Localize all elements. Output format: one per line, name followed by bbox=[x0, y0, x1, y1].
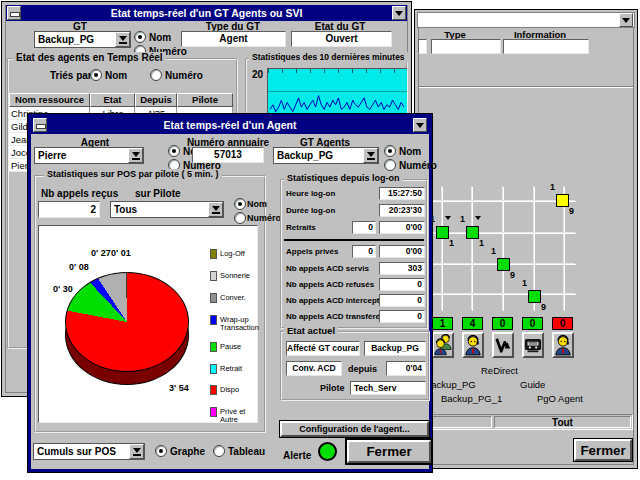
column-header: Depuis bbox=[135, 93, 177, 107]
gt-agents-nom-radio[interactable] bbox=[384, 145, 396, 157]
tries-numero-radio[interactable] bbox=[150, 69, 162, 81]
status-square bbox=[528, 290, 541, 303]
square-top-count: 1 bbox=[460, 214, 465, 224]
logon-group-label: Statistiques depuis log-on bbox=[284, 173, 403, 183]
annuaire-field: 57013 bbox=[192, 147, 264, 163]
stat-label: Nb appels ACD refusés bbox=[286, 280, 374, 289]
pilote-numero-radio[interactable] bbox=[234, 212, 246, 224]
logon-group-box: Heure log-on15:27:50Durée log-on20:23'30… bbox=[280, 179, 428, 329]
stat-value-field: 0'00 bbox=[379, 221, 425, 234]
monitor-statusbar: Tout bbox=[420, 414, 633, 430]
chart-midline bbox=[268, 91, 407, 92]
stat-value-field: 15:27:50 bbox=[379, 187, 425, 200]
legend-label: Log-Off bbox=[220, 250, 262, 258]
sur-pilote-combo[interactable]: Tous bbox=[110, 201, 224, 218]
dropdown-arrow-icon[interactable] bbox=[128, 148, 143, 163]
square-top-count: 1 bbox=[491, 246, 496, 256]
affecte-gt-name-field: Backup_PG bbox=[364, 341, 426, 356]
dropdown-arrow-icon[interactable] bbox=[129, 444, 144, 459]
agent-icon[interactable] bbox=[462, 332, 484, 358]
graphe-label: Graphe bbox=[170, 446, 205, 457]
queue-count-box: 1 bbox=[432, 317, 453, 330]
monitor-minimize-button[interactable] bbox=[619, 13, 633, 27]
stat-label: Appels privés bbox=[286, 247, 338, 256]
agent-nom-radio[interactable] bbox=[168, 145, 180, 157]
monitor-titlebar bbox=[417, 12, 635, 28]
agent-fermer-button[interactable]: Fermer bbox=[347, 440, 431, 463]
stat-label: Nb appels ACD transférés bbox=[286, 312, 384, 321]
agents-group-icon[interactable] bbox=[432, 332, 454, 358]
depuis-label: depuis bbox=[348, 364, 377, 374]
gt-combo[interactable]: Backup_PG bbox=[34, 31, 131, 48]
tries-nom-radio[interactable] bbox=[90, 69, 102, 81]
etat-actuel-group-label: Etat actuel bbox=[284, 325, 338, 336]
legend-label: Retrait bbox=[220, 365, 262, 373]
resource-name-label: PgO Agent bbox=[537, 393, 583, 404]
pie-slice-label: 0' 08 bbox=[69, 262, 89, 272]
stat-value-field: 0 bbox=[379, 294, 425, 307]
cumuls-combo-value: Cumuls sur POS bbox=[37, 446, 116, 457]
monitor-field-partial bbox=[418, 39, 427, 54]
legend-label: Sonnerie bbox=[220, 272, 262, 280]
nb-recus-label: Nb appels reçus bbox=[41, 188, 118, 199]
etat-actuel-group-box: Affecté GT courant Backup_PG Conv. ACD d… bbox=[280, 331, 430, 401]
stat-label: Heure log-on bbox=[286, 189, 335, 198]
dropdown-arrow-icon[interactable] bbox=[363, 148, 378, 163]
announcement-cassette-icon[interactable] bbox=[522, 332, 544, 358]
table-header-row: Nom ressourceEtatDepuisPilote bbox=[9, 93, 235, 107]
legend-label: Privé et Autre bbox=[220, 408, 262, 424]
agent-icon[interactable] bbox=[552, 332, 574, 358]
monitor-fermer-button[interactable]: Fermer bbox=[574, 439, 632, 461]
tableau-label: Tableau bbox=[228, 446, 265, 457]
agents-group-label: Etat des agents en Temps Réel bbox=[13, 52, 166, 63]
gt-nom-radio[interactable] bbox=[134, 31, 146, 43]
tries-par-label: Triés par bbox=[50, 70, 92, 81]
tries-nom-label: Nom bbox=[105, 70, 127, 81]
gt-combo-value: Backup_PG bbox=[38, 34, 94, 45]
legend-swatch bbox=[210, 249, 217, 259]
agent-combo[interactable]: Pierre bbox=[34, 147, 144, 164]
down-marker-icon bbox=[475, 216, 481, 223]
grid-line-horizontal bbox=[423, 200, 575, 201]
legend-label: Dispo bbox=[220, 386, 262, 394]
agent-window-title: Etat temps-réel d'un Agent bbox=[31, 119, 429, 131]
dropdown-arrow-icon[interactable] bbox=[115, 32, 130, 47]
grid-line-vertical bbox=[441, 186, 442, 310]
affecte-gt-field: Affecté GT courant bbox=[286, 341, 360, 356]
pilote-nom-radio[interactable] bbox=[234, 198, 246, 210]
type-field bbox=[431, 39, 501, 54]
square-bottom-count: 9 bbox=[510, 270, 515, 280]
grid-line-vertical bbox=[502, 186, 503, 310]
legend-swatch bbox=[210, 342, 217, 352]
resource-name-label: Guide bbox=[520, 379, 545, 390]
stat-value-field: 20:23'30 bbox=[379, 204, 425, 217]
square-top-count: 1 bbox=[550, 182, 555, 192]
stat-value-field: 303 bbox=[379, 262, 425, 275]
tries-numero-label: Numéro bbox=[165, 70, 203, 81]
grid-line-vertical bbox=[471, 186, 472, 310]
column-header: Nom ressource bbox=[9, 93, 90, 107]
configuration-button[interactable]: Configuration de l'agent... bbox=[280, 421, 429, 437]
cumuls-combo[interactable]: Cumuls sur POS bbox=[33, 443, 145, 460]
graphe-radio[interactable] bbox=[155, 445, 167, 457]
dropdown-arrow-icon[interactable] bbox=[208, 202, 223, 217]
redirect-arrow-icon[interactable] bbox=[492, 332, 514, 358]
y-axis-max-label: 20 bbox=[252, 69, 263, 80]
gt-monitor-window: Type Information 1111191919 14000 ReDire… bbox=[414, 9, 638, 469]
tableau-radio[interactable] bbox=[213, 445, 225, 457]
queue-count-box: 0 bbox=[522, 317, 543, 330]
legend-label: Pause bbox=[220, 343, 262, 351]
agent-minimize-button[interactable] bbox=[413, 118, 427, 132]
divider bbox=[419, 86, 633, 88]
legend-swatch bbox=[210, 271, 217, 281]
gt-agents-numero-radio[interactable] bbox=[384, 159, 396, 171]
statusbar-cell-tout: Tout bbox=[494, 416, 631, 428]
agent-window: Etat temps-réel d'un Agent Agent Pierre … bbox=[27, 113, 433, 473]
pie-chart bbox=[65, 272, 189, 372]
square-bottom-count: 1 bbox=[449, 238, 454, 248]
type-gt-field: Agent bbox=[181, 31, 286, 47]
minimize-button[interactable] bbox=[392, 6, 406, 20]
gt-agents-combo[interactable]: Backup_PG bbox=[273, 147, 379, 164]
legend-swatch bbox=[210, 364, 217, 374]
pie-slice-label: 0' 27 bbox=[91, 248, 111, 258]
